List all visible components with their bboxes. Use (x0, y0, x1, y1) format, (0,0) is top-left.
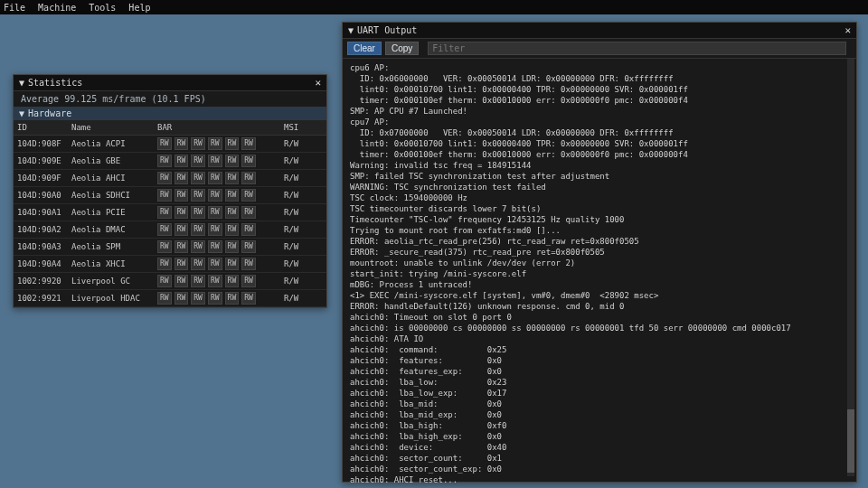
rw-button[interactable]: RW (225, 172, 240, 184)
menu-file[interactable]: File (4, 3, 25, 13)
rw-button[interactable]: RW (208, 206, 222, 219)
rw-button[interactable]: RW (225, 240, 240, 253)
close-icon[interactable]: ✕ (315, 77, 321, 89)
rw-button[interactable]: RW (225, 223, 240, 236)
rw-button[interactable]: RW (175, 258, 189, 270)
menu-machine[interactable]: Machine (38, 3, 76, 13)
rw-button[interactable]: RW (208, 189, 222, 202)
rw-button[interactable]: RW (175, 137, 189, 150)
rw-button[interactable]: RW (208, 240, 222, 253)
menubar: File Machine Tools Help (0, 0, 868, 14)
rw-button[interactable]: RW (225, 275, 240, 287)
rw-button[interactable]: RW (191, 240, 205, 253)
rw-button[interactable]: RW (241, 258, 256, 270)
device-id: 104D:908F (14, 136, 68, 151)
clear-button[interactable]: Clear (347, 42, 382, 55)
rw-button[interactable]: RW (191, 137, 205, 150)
table-row: 104D:908FAeolia ACPIRWRWRWRWRWRWR/W (14, 136, 326, 153)
bar-cell: RWRWRWRWRWRW (154, 273, 280, 289)
rw-button[interactable]: RW (208, 137, 222, 150)
rw-button[interactable]: RW (175, 206, 189, 219)
rw-button[interactable]: RW (241, 292, 256, 305)
msi-cell: R/W (280, 239, 318, 254)
rw-button[interactable]: RW (191, 206, 205, 219)
rw-button[interactable]: RW (157, 189, 172, 202)
stats-average: Average 99.125 ms/frame (10.1 FPS) (14, 91, 326, 107)
rw-button[interactable]: RW (191, 172, 205, 184)
bar-cell: RWRWRWRWRWRW (154, 153, 280, 169)
rw-button[interactable]: RW (157, 137, 172, 150)
rw-button[interactable]: RW (225, 258, 240, 270)
header-id: ID (14, 120, 68, 135)
rw-button[interactable]: RW (157, 155, 172, 167)
rw-button[interactable]: RW (191, 258, 205, 270)
rw-button[interactable]: RW (175, 292, 189, 305)
rw-button[interactable]: RW (175, 275, 189, 287)
rw-button[interactable]: RW (208, 172, 222, 184)
rw-button[interactable]: RW (225, 155, 240, 167)
uart-title: UART Output (357, 25, 417, 35)
device-name: Aeolia XHCI (68, 257, 154, 271)
msi-cell: R/W (280, 257, 318, 271)
rw-button[interactable]: RW (241, 275, 256, 287)
rw-button[interactable]: RW (241, 155, 256, 167)
scrollbar[interactable] (847, 59, 854, 476)
rw-button[interactable]: RW (225, 292, 240, 305)
rw-button[interactable]: RW (191, 275, 205, 287)
filter-input[interactable] (428, 42, 846, 55)
menu-tools[interactable]: Tools (89, 3, 116, 13)
rw-button[interactable]: RW (241, 189, 256, 202)
device-name: Aeolia AHCI (68, 171, 154, 185)
rw-button[interactable]: RW (157, 206, 172, 219)
rw-button[interactable]: RW (191, 223, 205, 236)
rw-button[interactable]: RW (191, 155, 205, 167)
msi-cell: R/W (280, 171, 318, 185)
rw-button[interactable]: RW (175, 172, 189, 184)
table-header: ID Name BAR MSI (14, 120, 326, 136)
bar-cell: RWRWRWRWRWRW (154, 204, 280, 221)
device-name: Aeolia GBE (68, 154, 154, 168)
table-row: 1002:9920Liverpool GCRWRWRWRWRWRWR/W (14, 273, 326, 290)
rw-button[interactable]: RW (175, 240, 189, 253)
hardware-section-header[interactable]: ▼ Hardware (14, 107, 326, 120)
device-id: 104D:909F (14, 171, 68, 185)
header-bar: BAR (154, 120, 280, 135)
rw-button[interactable]: RW (175, 189, 189, 202)
rw-button[interactable]: RW (157, 275, 172, 287)
device-id: 104D:90A0 (14, 188, 68, 202)
rw-button[interactable]: RW (241, 223, 256, 236)
rw-button[interactable]: RW (157, 240, 172, 253)
rw-button[interactable]: RW (225, 189, 240, 202)
rw-button[interactable]: RW (175, 155, 189, 167)
rw-button[interactable]: RW (208, 292, 222, 305)
msi-cell: R/W (280, 136, 318, 151)
rw-button[interactable]: RW (241, 206, 256, 219)
statistics-title: Statistics (28, 78, 82, 88)
scroll-thumb[interactable] (847, 409, 854, 473)
rw-button[interactable]: RW (241, 172, 256, 184)
msi-cell: R/W (280, 222, 318, 237)
rw-button[interactable]: RW (191, 292, 205, 305)
rw-button[interactable]: RW (225, 137, 240, 150)
table-row: 104D:90A1Aeolia PCIERWRWRWRWRWRWR/W (14, 204, 326, 221)
rw-button[interactable]: RW (191, 189, 205, 202)
rw-button[interactable]: RW (157, 292, 172, 305)
rw-button[interactable]: RW (157, 258, 172, 270)
rw-button[interactable]: RW (225, 206, 240, 219)
rw-button[interactable]: RW (175, 223, 189, 236)
close-icon[interactable]: ✕ (844, 24, 851, 36)
rw-button[interactable]: RW (208, 275, 222, 287)
menu-help[interactable]: Help (128, 3, 150, 13)
uart-titlebar[interactable]: ▼ UART Output ✕ (343, 23, 856, 39)
rw-button[interactable]: RW (208, 258, 222, 270)
msi-cell: R/W (280, 205, 318, 220)
copy-button[interactable]: Copy (385, 42, 419, 55)
statistics-titlebar[interactable]: ▼ Statistics ✕ (14, 75, 326, 91)
rw-button[interactable]: RW (157, 172, 172, 184)
rw-button[interactable]: RW (208, 223, 222, 236)
rw-button[interactable]: RW (208, 155, 222, 167)
rw-button[interactable]: RW (241, 137, 256, 150)
rw-button[interactable]: RW (241, 240, 256, 253)
rw-button[interactable]: RW (157, 223, 172, 236)
collapse-icon: ▼ (19, 108, 24, 118)
